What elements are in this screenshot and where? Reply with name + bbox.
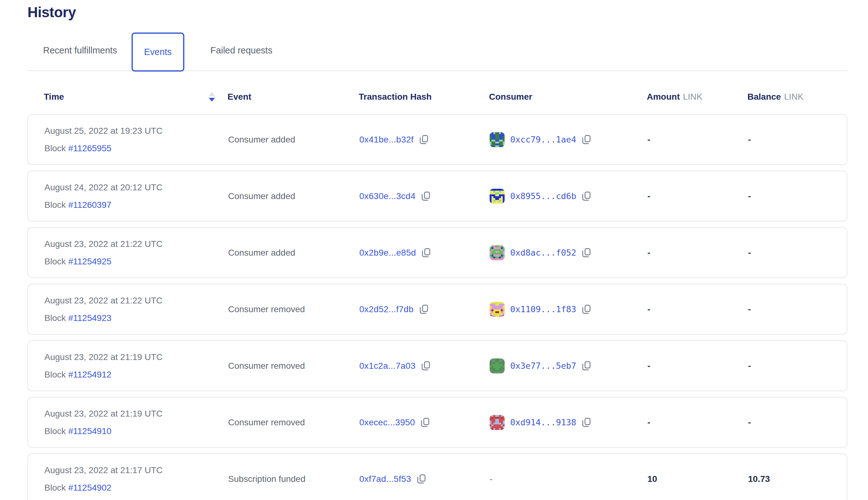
event-type: Subscription funded — [228, 474, 359, 484]
copy-icon[interactable] — [421, 361, 431, 371]
amount-value: - — [648, 418, 748, 428]
consumer-cell: 0xd914...9138 — [490, 415, 648, 430]
copy-icon[interactable] — [582, 304, 591, 314]
time-cell: August 23, 2022 at 21:19 UTC Block#11254… — [44, 409, 228, 436]
block-label: Block — [44, 144, 66, 153]
block-label: Block — [44, 257, 66, 266]
balance-value: - — [748, 361, 847, 371]
copy-icon[interactable] — [582, 361, 591, 371]
time-cell: August 23, 2022 at 21:22 UTC Block#11254… — [44, 239, 228, 266]
consumer-address-link[interactable]: 0x1109...1f83 — [510, 304, 576, 314]
amount-value: 10 — [648, 474, 748, 484]
history-section: History Recent fulfillments Events Faile… — [0, 4, 868, 500]
event-timestamp: August 23, 2022 at 21:22 UTC — [44, 296, 228, 306]
copy-icon[interactable] — [421, 418, 430, 428]
block-number-link[interactable]: #11254925 — [68, 257, 111, 266]
time-cell: August 23, 2022 at 21:19 UTC Block#11254… — [44, 352, 228, 380]
copy-icon[interactable] — [582, 191, 591, 201]
transaction-hash-link[interactable]: 0xecec...3950 — [359, 418, 415, 428]
amount-header-label: Amount — [647, 92, 680, 102]
block-label: Block — [44, 426, 66, 436]
consumer-address-link[interactable]: 0x8955...cd6b — [510, 191, 576, 201]
transaction-hash-link[interactable]: 0xf7ad...5f53 — [359, 474, 411, 484]
balance-value: - — [748, 418, 847, 428]
copy-icon[interactable] — [582, 418, 591, 428]
copy-icon[interactable] — [417, 474, 426, 484]
consumer-cell: - — [490, 474, 648, 484]
event-type: Consumer removed — [228, 418, 359, 428]
block-number-link[interactable]: #11260397 — [68, 200, 111, 210]
copy-icon[interactable] — [421, 191, 431, 201]
block-line: Block#11254910 — [44, 426, 228, 436]
block-line: Block#11254925 — [44, 257, 228, 266]
tab-events[interactable]: Events — [132, 33, 184, 71]
consumer-address-link[interactable]: 0xd8ac...f052 — [510, 248, 576, 258]
block-label: Block — [44, 313, 66, 323]
transaction-hash-link[interactable]: 0x41be...b32f — [359, 135, 414, 145]
block-number-link[interactable]: #11254910 — [68, 426, 111, 436]
consumer-address-link[interactable]: 0xcc79...1ae4 — [510, 135, 576, 144]
consumer-identicon-icon — [490, 359, 505, 373]
transaction-hash-link[interactable]: 0x2b9e...e85d — [359, 248, 416, 258]
event-timestamp: August 24, 2022 at 20:12 UTC — [44, 182, 228, 193]
balance-value: 10.73 — [748, 474, 847, 484]
tab-bar: Recent fulfillments Events Failed reques… — [27, 31, 847, 71]
balance-value: - — [748, 304, 847, 314]
sort-descending-icon — [209, 92, 215, 102]
amount-value: - — [648, 361, 748, 371]
table-row: August 25, 2022 at 19:23 UTC Block#11265… — [27, 114, 847, 165]
tab-recent-fulfillments[interactable]: Recent fulfillments — [43, 32, 117, 70]
consumer-address-link[interactable]: 0x3e77...5eb7 — [510, 361, 576, 371]
block-line: Block#11260397 — [44, 200, 228, 210]
column-header-balance: BalanceLINK — [747, 92, 847, 102]
column-header-amount: AmountLINK — [647, 92, 747, 102]
transaction-hash-cell: 0x41be...b32f — [359, 135, 490, 145]
table-row: August 24, 2022 at 20:12 UTC Block#11260… — [27, 171, 847, 221]
block-number-link[interactable]: #11254923 — [68, 313, 111, 323]
block-number-link[interactable]: #11254902 — [68, 483, 111, 492]
transaction-hash-cell: 0x2d52...f7db — [359, 304, 490, 314]
amount-unit-label: LINK — [683, 92, 703, 102]
event-type: Consumer added — [228, 191, 359, 201]
tab-failed-requests[interactable]: Failed requests — [210, 32, 273, 70]
block-label: Block — [44, 200, 66, 210]
copy-icon[interactable] — [419, 304, 429, 314]
consumer-identicon-icon — [490, 302, 505, 317]
event-type: Consumer removed — [228, 304, 359, 314]
block-line: Block#11254923 — [44, 313, 228, 323]
copy-icon[interactable] — [582, 135, 591, 145]
copy-icon[interactable] — [422, 248, 431, 258]
table-row: August 23, 2022 at 21:22 UTC Block#11254… — [27, 284, 847, 335]
column-header-consumer: Consumer — [489, 92, 647, 102]
event-timestamp: August 25, 2022 at 19:23 UTC — [44, 126, 228, 136]
table-row: August 23, 2022 at 21:19 UTC Block#11254… — [27, 340, 847, 391]
consumer-identicon-icon — [490, 415, 505, 430]
block-label: Block — [44, 483, 66, 492]
table-row: August 23, 2022 at 21:17 UTC Block#11254… — [27, 453, 847, 500]
copy-icon[interactable] — [419, 135, 429, 145]
event-type: Consumer added — [228, 135, 359, 145]
amount-value: - — [648, 191, 748, 201]
transaction-hash-link[interactable]: 0x630e...3cd4 — [359, 191, 415, 201]
copy-icon[interactable] — [582, 248, 591, 258]
column-header-time[interactable]: Time — [44, 92, 227, 102]
event-timestamp: August 23, 2022 at 21:22 UTC — [44, 239, 228, 249]
table-header: Time Event Transaction Hash Consumer Amo… — [27, 88, 847, 106]
consumer-identicon-icon — [490, 189, 505, 204]
transaction-hash-cell: 0xf7ad...5f53 — [359, 474, 490, 484]
transaction-hash-link[interactable]: 0x1c2a...7a03 — [359, 361, 415, 371]
block-number-link[interactable]: #11254912 — [68, 370, 111, 379]
balance-value: - — [748, 191, 847, 201]
consumer-address-link[interactable]: 0xd914...9138 — [510, 418, 576, 427]
time-cell: August 24, 2022 at 20:12 UTC Block#11260… — [44, 182, 228, 210]
block-line: Block#11254912 — [44, 370, 228, 380]
amount-value: - — [648, 248, 748, 258]
consumer-cell: 0x1109...1f83 — [490, 302, 648, 317]
column-header-event: Event — [227, 92, 359, 102]
event-type: Consumer added — [228, 248, 359, 258]
amount-value: - — [648, 304, 748, 314]
time-header-label: Time — [44, 92, 64, 102]
time-cell: August 23, 2022 at 21:22 UTC Block#11254… — [44, 296, 228, 323]
transaction-hash-link[interactable]: 0x2d52...f7db — [359, 304, 414, 314]
block-number-link[interactable]: #11265955 — [68, 144, 111, 153]
